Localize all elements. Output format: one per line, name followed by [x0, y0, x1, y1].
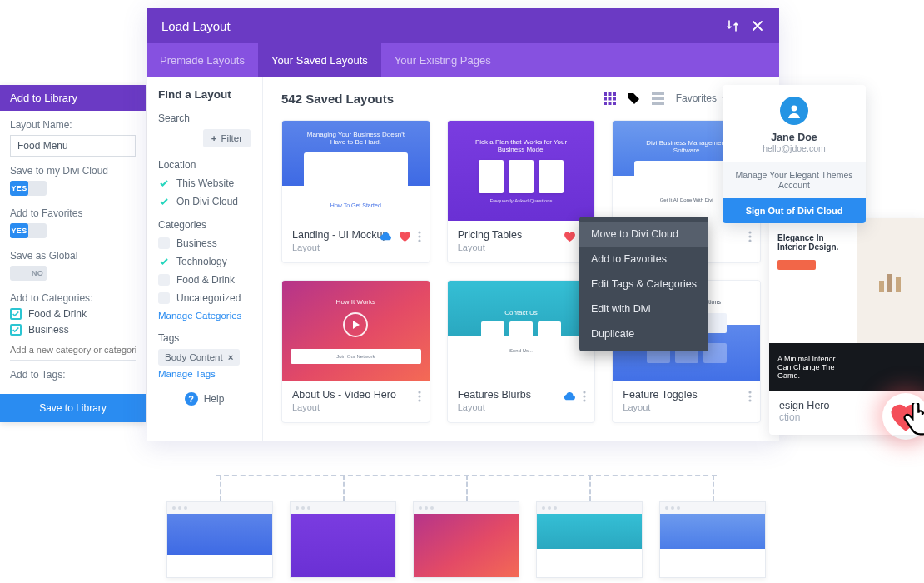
- ctx-add-favorites[interactable]: Add to Favorites: [579, 247, 708, 272]
- category-filter-row[interactable]: Food & Drink: [158, 274, 251, 286]
- tab-saved[interactable]: Your Saved Layouts: [258, 43, 381, 77]
- add-to-categories-label: Add to Categories:: [10, 292, 136, 304]
- more-icon[interactable]: [583, 391, 586, 402]
- add-to-favorites-label: Add to Favorites: [10, 207, 136, 219]
- search-label: Search: [158, 112, 251, 124]
- svg-point-14: [418, 235, 420, 237]
- svg-rect-32: [879, 281, 884, 292]
- layout-type: Layout: [292, 242, 420, 252]
- sign-out-button[interactable]: Sign Out of Divi Cloud: [723, 198, 866, 223]
- layout-type: Layout: [458, 242, 585, 252]
- manage-account-button[interactable]: Manage Your Elegant Themes Account: [723, 162, 866, 198]
- connected-thumbnails: [166, 501, 766, 578]
- account-email: hello@jdoe.com: [723, 143, 866, 153]
- save-as-global-label: Save as Global: [10, 250, 136, 262]
- bottom-thumb[interactable]: [290, 501, 396, 578]
- sort-icon[interactable]: [726, 19, 739, 32]
- window-dots-icon: [291, 502, 395, 514]
- category-filter-row[interactable]: Technology: [158, 256, 251, 267]
- help-icon: ?: [185, 392, 198, 406]
- filters-heading: Find a Layout: [158, 88, 251, 101]
- account-avatar: [780, 97, 808, 125]
- svg-rect-8: [613, 102, 616, 105]
- ctx-edit-tags[interactable]: Edit Tags & Categories: [579, 272, 708, 296]
- svg-rect-11: [652, 102, 664, 105]
- list-view-icon[interactable]: [652, 92, 664, 105]
- tag-pill[interactable]: Body Content×: [158, 349, 240, 366]
- svg-point-19: [748, 231, 751, 233]
- more-icon[interactable]: [748, 231, 752, 242]
- layout-card[interactable]: Pick a Plan that Works for YourBusiness …: [447, 120, 596, 263]
- bottom-thumb[interactable]: [659, 501, 766, 578]
- design-preview-card[interactable]: Elegance InInterior Design. A Minimal In…: [769, 218, 924, 435]
- layout-title: About Us - Video Hero: [292, 389, 420, 401]
- location-row[interactable]: This Website: [158, 177, 251, 189]
- category-filter-row[interactable]: Uncategorized: [158, 292, 251, 304]
- category-row[interactable]: Business: [10, 324, 136, 336]
- svg-rect-5: [613, 97, 616, 100]
- more-icon[interactable]: [418, 231, 421, 242]
- manage-categories-link[interactable]: Manage Categories: [158, 311, 251, 321]
- add-to-library-panel: Add to Library Layout Name: Save to my D…: [0, 85, 146, 422]
- close-icon[interactable]: [751, 19, 764, 32]
- ctx-duplicate[interactable]: Duplicate: [579, 321, 708, 346]
- new-category-input[interactable]: [10, 340, 136, 361]
- layout-type: Layout: [623, 402, 750, 412]
- sort-select[interactable]: Favorites: [676, 92, 729, 104]
- add-to-favorites-toggle[interactable]: YES: [10, 223, 47, 238]
- layout-name-input[interactable]: [10, 135, 136, 157]
- heart-icon[interactable]: [399, 231, 411, 242]
- location-row[interactable]: On Divi Cloud: [158, 196, 251, 207]
- filter-button[interactable]: +Filter: [203, 129, 251, 147]
- layout-thumbnail: Managing Your Business Doesn'tHave to Be…: [282, 121, 430, 221]
- svg-point-30: [748, 399, 751, 401]
- tab-existing[interactable]: Your Existing Pages: [381, 43, 504, 77]
- svg-point-23: [418, 395, 420, 397]
- save-to-library-button[interactable]: Save to Library: [0, 394, 146, 422]
- layout-card[interactable]: How It Works Join Our Network About Us -…: [281, 280, 430, 423]
- check-icon: [158, 256, 170, 267]
- ctx-move-to-cloud[interactable]: Move to Divi Cloud: [579, 222, 708, 247]
- category-row[interactable]: Food & Drink: [10, 308, 136, 320]
- window-dots-icon: [537, 502, 642, 514]
- cursor-hand-icon: [899, 403, 924, 441]
- layout-card[interactable]: Managing Your Business Doesn'tHave to Be…: [281, 120, 430, 263]
- check-icon: [10, 324, 22, 336]
- svg-rect-0: [604, 92, 607, 96]
- svg-rect-34: [896, 277, 901, 292]
- layout-thumbnail: Pick a Plan that Works for YourBusiness …: [448, 121, 595, 221]
- check-icon: [158, 196, 170, 207]
- favorite-heart-button[interactable]: [882, 393, 924, 440]
- account-popover: Jane Doe hello@jdoe.com Manage Your Eleg…: [723, 85, 866, 223]
- window-dots-icon: [167, 502, 272, 514]
- layout-thumbnail: How It Works Join Our Network: [282, 281, 430, 381]
- svg-point-28: [748, 391, 751, 393]
- category-filter-row[interactable]: Business: [158, 237, 251, 249]
- heart-icon[interactable]: [564, 231, 576, 242]
- more-icon[interactable]: [418, 391, 421, 402]
- ctx-edit-divi[interactable]: Edit with Divi: [579, 296, 708, 321]
- tag-view-icon[interactable]: [628, 92, 640, 105]
- save-as-global-toggle[interactable]: NO: [10, 266, 47, 281]
- bottom-thumb[interactable]: [166, 501, 273, 578]
- save-to-cloud-label: Save to my Divi Cloud: [10, 165, 136, 177]
- layout-card[interactable]: Contact Us Send Us... Features Blurbs La…: [447, 280, 596, 423]
- svg-rect-33: [887, 274, 892, 292]
- layout-type: Layout: [292, 402, 420, 412]
- remove-tag-icon[interactable]: ×: [228, 352, 234, 362]
- context-menu: Move to Divi Cloud Add to Favorites Edit…: [579, 217, 708, 351]
- save-to-cloud-toggle[interactable]: YES: [10, 181, 47, 196]
- svg-point-29: [748, 395, 751, 397]
- svg-rect-4: [608, 97, 611, 100]
- grid-view-icon[interactable]: [604, 92, 616, 105]
- tab-premade[interactable]: Premade Layouts: [147, 43, 258, 77]
- help-link[interactable]: ? Help: [158, 392, 251, 406]
- bottom-thumb[interactable]: [536, 501, 643, 578]
- cloud-icon: [379, 232, 392, 242]
- manage-tags-link[interactable]: Manage Tags: [158, 369, 251, 379]
- svg-rect-7: [608, 102, 611, 105]
- play-icon: [343, 312, 368, 337]
- more-icon[interactable]: [748, 391, 752, 402]
- bottom-thumb[interactable]: [413, 501, 519, 578]
- check-icon: [10, 308, 22, 320]
